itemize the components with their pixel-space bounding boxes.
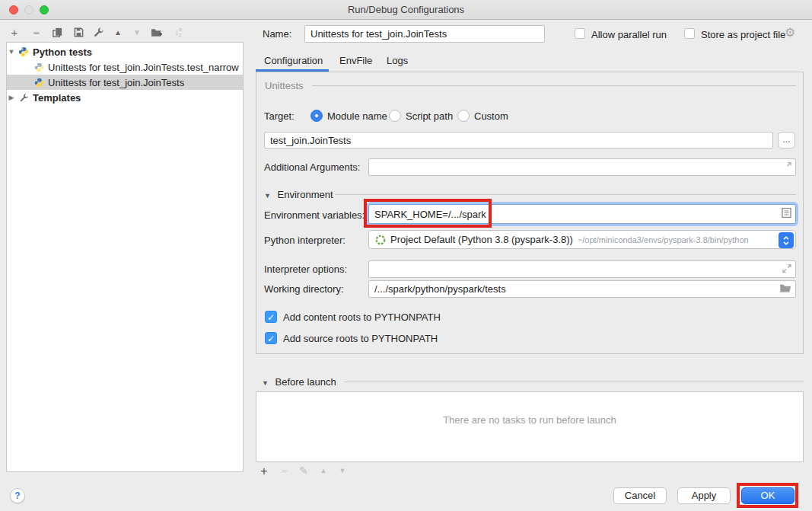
tree-item-label: Unittests for test_join.JoinTests.test_n… — [48, 62, 239, 73]
environment-section-line — [335, 194, 796, 195]
ok-button-highlight-red-box — [737, 483, 798, 508]
before-launch-remove-icon: − — [277, 465, 291, 477]
tab-configuration[interactable]: Configuration — [264, 55, 323, 66]
conda-env-icon — [375, 235, 386, 245]
unittests-section-line — [312, 85, 796, 86]
copy-configuration-icon[interactable] — [50, 25, 64, 39]
store-as-project-file-label: Store as project file — [701, 29, 785, 40]
env-vars-highlight-red-box — [364, 199, 492, 228]
expand-field-icon[interactable] — [782, 263, 791, 275]
combo-stepper-icon[interactable] — [779, 232, 794, 248]
radio-custom[interactable] — [457, 110, 470, 122]
tree-item-label: Unittests for test_join.JoinTests — [48, 77, 184, 88]
add-configuration-icon[interactable]: + — [8, 25, 21, 39]
add-content-roots-label: Add content roots to PYTHONPATH — [283, 311, 441, 323]
python-icon — [33, 76, 45, 88]
apply-button[interactable]: Apply — [677, 487, 731, 504]
tab-envfile[interactable]: EnvFile — [339, 55, 372, 66]
expand-icon[interactable]: ▶ — [7, 94, 16, 101]
interpreter-options-label: Interpreter options: — [264, 263, 347, 275]
move-down-icon: ▼ — [130, 25, 144, 39]
interpreter-options-input[interactable] — [369, 261, 795, 277]
collapse-icon[interactable]: ▼ — [264, 192, 271, 200]
expand-field-icon[interactable] — [782, 161, 791, 173]
python-interpreter-label: Python interpreter: — [264, 235, 345, 246]
name-label: Name: — [263, 28, 291, 40]
wrench-icon — [18, 91, 30, 104]
python-icon — [33, 61, 45, 73]
add-content-roots-checkbox[interactable]: ✓ — [265, 311, 277, 323]
radio-module-name-label: Module name — [327, 110, 387, 122]
tree-item-python-tests[interactable]: ▼ Python tests — [7, 44, 243, 59]
configurations-tree: ▼ Python tests Unittests for test_join.J… — [6, 42, 244, 472]
environment-section-header[interactable]: ▼ Environment — [264, 189, 333, 200]
new-folder-icon[interactable] — [150, 25, 164, 39]
radio-module-name[interactable] — [310, 110, 323, 122]
name-field-wrap — [304, 25, 545, 43]
interpreter-options-field-wrap — [368, 260, 796, 278]
move-up-icon[interactable]: ▲ — [111, 25, 125, 39]
python-interpreter-path: ~/opt/miniconda3/envs/pyspark-3.8/bin/py… — [578, 235, 749, 244]
remove-configuration-icon[interactable]: − — [30, 25, 43, 39]
tab-logs[interactable]: Logs — [387, 55, 408, 66]
before-launch-add-icon[interactable]: + — [257, 465, 271, 478]
before-launch-empty-text: There are no tasks to run before launch — [256, 414, 803, 426]
allow-parallel-run-label: Allow parallel run — [591, 29, 667, 40]
window-title: Run/Debug Configurations — [0, 4, 812, 15]
env-vars-list-icon[interactable] — [782, 208, 791, 221]
target-label: Target: — [264, 110, 295, 122]
save-configuration-icon[interactable] — [72, 25, 85, 39]
tree-item-label: Templates — [33, 92, 81, 104]
module-name-field-wrap — [264, 132, 773, 149]
title-bar: Run/Debug Configurations — [0, 0, 812, 20]
before-launch-section-label: Before launch — [275, 376, 336, 388]
run-debug-configurations-dialog: Run/Debug Configurations + − ▲ ▼ ↓az ▼ P… — [0, 0, 812, 511]
working-directory-field-wrap — [368, 280, 796, 298]
working-directory-label: Working directory: — [264, 283, 344, 295]
radio-script-path-label: Script path — [406, 110, 453, 122]
environment-section-label: Environment — [278, 189, 333, 200]
sort-alphabetically-icon: ↓az — [171, 25, 185, 39]
store-as-project-file-checkbox[interactable] — [684, 28, 695, 39]
environment-variables-label: Environment variables: — [264, 209, 365, 221]
help-button[interactable]: ? — [10, 488, 25, 503]
add-source-roots-label: Add source roots to PYTHONPATH — [283, 333, 438, 344]
cancel-button[interactable]: Cancel — [613, 487, 667, 504]
tree-item-unittests-jointests-selected[interactable]: Unittests for test_join.JoinTests — [7, 75, 243, 90]
add-source-roots-checkbox[interactable]: ✓ — [265, 332, 277, 344]
before-launch-move-up-icon: ▲ — [317, 465, 330, 474]
before-launch-task-list: There are no tasks to run before launch — [256, 391, 804, 462]
additional-arguments-field-wrap — [368, 158, 796, 176]
collapse-icon[interactable]: ▼ — [262, 379, 269, 387]
folder-icon[interactable] — [779, 283, 791, 295]
python-icon — [18, 46, 30, 58]
browse-button[interactable]: ... — [778, 132, 795, 149]
additional-arguments-input[interactable] — [369, 159, 795, 175]
edit-templates-wrench-icon[interactable] — [91, 25, 105, 39]
additional-arguments-label: Additional Arguments: — [264, 161, 360, 173]
before-launch-move-down-icon: ▼ — [336, 465, 349, 474]
python-interpreter-value: Project Default (Python 3.8 (pyspark-3.8… — [390, 234, 573, 245]
python-interpreter-select[interactable]: Project Default (Python 3.8 (pyspark-3.8… — [368, 230, 796, 249]
before-launch-section-line — [344, 382, 804, 382]
radio-script-path[interactable] — [389, 110, 401, 122]
working-directory-input[interactable] — [369, 281, 795, 297]
name-input[interactable] — [305, 26, 544, 42]
radio-custom-label: Custom — [474, 110, 508, 122]
allow-parallel-run-checkbox[interactable] — [575, 28, 585, 39]
tree-item-label: Python tests — [33, 46, 92, 58]
collapse-icon[interactable]: ▼ — [7, 48, 16, 56]
gear-icon[interactable]: ⚙ — [785, 25, 795, 40]
module-name-input[interactable] — [265, 133, 772, 148]
before-launch-edit-icon: ✎ — [297, 465, 310, 477]
unittests-section-title: Unittests — [265, 80, 304, 91]
tree-item-unittests-test-narrow[interactable]: Unittests for test_join.JoinTests.test_n… — [7, 59, 243, 75]
before-launch-section-header[interactable]: ▼ Before launch — [262, 376, 336, 388]
tree-item-templates[interactable]: ▶ Templates — [7, 90, 243, 105]
